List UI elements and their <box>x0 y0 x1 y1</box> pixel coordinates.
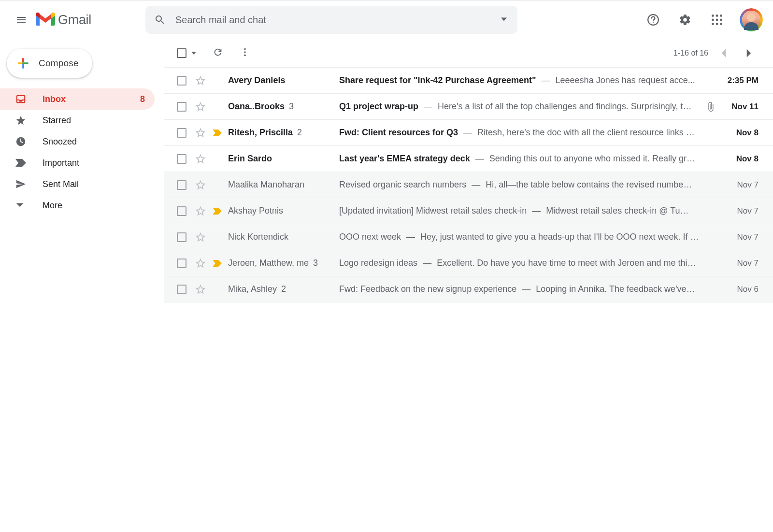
date: Nov 7 <box>723 232 759 242</box>
important-marker[interactable] <box>213 129 223 136</box>
sidebar-item-sent[interactable]: Sent Mail <box>0 173 155 195</box>
svg-point-10 <box>720 23 722 25</box>
sidebar-item-starred[interactable]: Starred <box>0 110 155 131</box>
chevron-down-icon <box>15 201 29 210</box>
email-row[interactable]: Ritesh, Priscilla 2Fwd: Client resources… <box>164 120 773 146</box>
row-checkbox[interactable] <box>177 154 186 164</box>
account-avatar[interactable] <box>741 10 761 30</box>
subject-snippet: Logo redesign ideas — Excellent. Do have… <box>339 258 723 268</box>
svg-point-5 <box>712 19 714 21</box>
subject-snippet: [Updated invitation] Midwest retail sale… <box>339 206 723 216</box>
logo[interactable]: Gmail <box>36 13 91 28</box>
email-row[interactable]: Maalika ManoharanRevised organic search … <box>164 172 773 198</box>
next-page-button[interactable] <box>739 43 759 63</box>
pagination-label: 1-16 of 16 <box>673 49 708 58</box>
gmail-logo-icon <box>36 13 55 27</box>
search-options-button[interactable] <box>501 15 507 24</box>
nav-label: More <box>43 201 62 211</box>
date: 2:35 PM <box>723 76 759 86</box>
inbox-badge: 8 <box>140 94 145 104</box>
email-row[interactable]: Nick KortendickOOO next week — Hey, just… <box>164 224 773 250</box>
sidebar-item-more[interactable]: More <box>0 195 155 216</box>
compose-button[interactable]: Compose <box>7 49 92 78</box>
prev-page-button[interactable] <box>714 43 733 63</box>
search-icon[interactable] <box>154 14 166 26</box>
email-row[interactable]: Mika, Ashley 2Fwd: Feedback on the new s… <box>164 276 773 302</box>
email-row[interactable]: Erin SardoLast year's EMEA strategy deck… <box>164 146 773 172</box>
star-button[interactable] <box>195 154 206 164</box>
subject-snippet: Fwd: Client resources for Q3 — Ritesh, h… <box>339 128 723 138</box>
svg-point-7 <box>720 19 722 21</box>
apps-button[interactable] <box>706 9 728 30</box>
more-actions-button[interactable] <box>240 47 250 59</box>
svg-point-1 <box>653 22 654 23</box>
date: Nov 8 <box>723 128 759 138</box>
help-button[interactable] <box>643 9 664 30</box>
star-button[interactable] <box>195 128 206 138</box>
row-checkbox[interactable] <box>177 76 186 86</box>
subject-snippet: Fwd: Feedback on the new signup experien… <box>339 284 723 294</box>
star-icon <box>15 115 29 126</box>
sender: Ritesh, Priscilla 2 <box>228 128 339 138</box>
row-checkbox[interactable] <box>177 102 186 112</box>
row-checkbox[interactable] <box>177 128 186 138</box>
main-menu-button[interactable] <box>10 8 33 31</box>
brand-label: Gmail <box>58 13 91 28</box>
checkbox-icon <box>177 48 186 58</box>
star-button[interactable] <box>195 232 206 243</box>
svg-point-15 <box>244 55 246 57</box>
nav-label: Important <box>43 158 79 168</box>
nav-label: Snoozed <box>43 137 77 147</box>
svg-point-4 <box>720 14 722 17</box>
nav-list: Inbox 8 Starred Snoozed Important Sent M… <box>0 88 164 216</box>
more-vert-icon <box>240 47 250 58</box>
row-checkbox[interactable] <box>177 206 186 216</box>
sender: Oana..Brooks 3 <box>228 101 339 112</box>
svg-point-9 <box>716 23 718 25</box>
star-button[interactable] <box>195 284 206 295</box>
refresh-icon <box>213 47 223 58</box>
row-checkbox[interactable] <box>177 180 186 190</box>
select-all-button[interactable] <box>177 48 196 58</box>
star-button[interactable] <box>195 206 206 216</box>
star-button[interactable] <box>195 75 206 86</box>
sidebar-item-important[interactable]: Important <box>0 152 155 173</box>
email-row[interactable]: Akshay Potnis[Updated invitation] Midwes… <box>164 198 773 224</box>
settings-button[interactable] <box>674 9 696 30</box>
main-pane: 1-16 of 16 Avery DanielsShare request fo… <box>164 39 773 532</box>
caret-down-icon <box>501 16 507 22</box>
important-icon <box>15 159 29 167</box>
row-checkbox[interactable] <box>177 259 186 268</box>
gear-icon <box>679 14 691 26</box>
email-row[interactable]: Jeroen, Matthew, me 3Logo redesign ideas… <box>164 250 773 276</box>
star-button[interactable] <box>195 180 206 190</box>
subject-snippet: Revised organic search numbers — Hi, all… <box>339 180 723 190</box>
chevron-left-icon <box>721 48 727 58</box>
nav-label: Starred <box>43 115 71 126</box>
important-marker[interactable] <box>213 260 223 267</box>
plus-icon <box>15 56 31 71</box>
star-button[interactable] <box>195 101 206 112</box>
subject-snippet: Last year's EMEA strategy deck — Sending… <box>339 154 723 164</box>
date: Nov 7 <box>723 180 759 190</box>
row-checkbox[interactable] <box>177 232 186 242</box>
refresh-button[interactable] <box>213 47 223 59</box>
search-bar[interactable] <box>145 6 517 34</box>
subject-snippet: Q1 project wrap-up — Here's a list of al… <box>339 101 705 112</box>
important-marker[interactable] <box>213 208 223 215</box>
email-row[interactable]: Oana..Brooks 3Q1 project wrap-up — Here'… <box>164 94 773 120</box>
svg-point-2 <box>712 14 714 17</box>
star-button[interactable] <box>195 258 206 269</box>
row-checkbox[interactable] <box>177 285 186 294</box>
email-row[interactable]: Avery DanielsShare request for "Ink-42 P… <box>164 68 773 94</box>
sidebar: Compose Inbox 8 Starred Snoozed Importan… <box>0 39 164 532</box>
search-input[interactable] <box>175 14 509 26</box>
sender: Avery Daniels <box>228 75 339 86</box>
attachment-icon <box>705 101 716 112</box>
svg-point-14 <box>244 51 246 53</box>
sidebar-item-inbox[interactable]: Inbox 8 <box>0 88 155 110</box>
date: Nov 11 <box>723 102 759 112</box>
sender: Maalika Manoharan <box>228 180 339 190</box>
inbox-icon <box>15 94 29 104</box>
sidebar-item-snoozed[interactable]: Snoozed <box>0 131 155 152</box>
